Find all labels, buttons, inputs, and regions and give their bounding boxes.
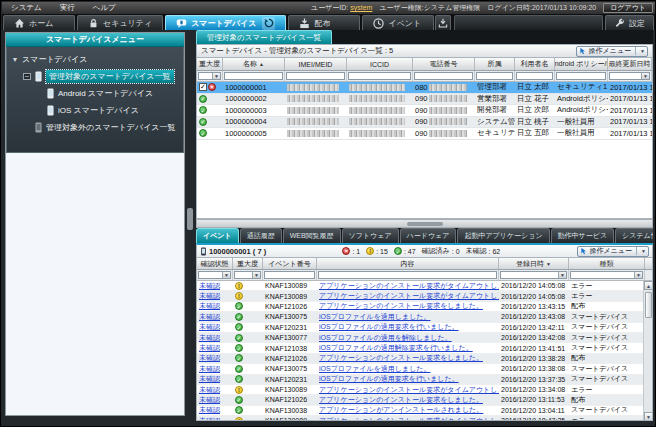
event-content-link[interactable]: アプリケーションのインストール要求をしました。 <box>319 302 483 311</box>
event-content-link[interactable]: アプリケーションのインストール要求がタイムアウトしました。 <box>319 416 499 421</box>
event-content-link[interactable]: アプリケーションのインストール要求をしました。 <box>319 354 483 363</box>
device-filter-input[interactable] <box>516 72 553 80</box>
confirm-status-link[interactable]: 未確認 <box>199 333 220 342</box>
table-row[interactable]: 未確認!KNAF130089アプリケーションのインストール要求がタイムアウトしま… <box>197 385 652 395</box>
event-tab-1[interactable]: 通話履歴 <box>240 228 282 243</box>
logout-button[interactable]: ログアウト <box>603 3 653 13</box>
device-column-header-2[interactable]: IMEI/MEID <box>285 58 347 70</box>
device-filter-input[interactable] <box>414 72 473 80</box>
event-filter-input[interactable] <box>264 271 315 279</box>
event-tab-6[interactable]: 動作中サービス <box>551 228 615 243</box>
table-row[interactable]: 未確認✓KNAF121026アプリケーションのインストール要求をしました。201… <box>197 354 652 364</box>
user-id-link[interactable]: system <box>350 4 372 11</box>
table-row[interactable]: 未確認✓KNAF130077iOSプロファイルの適用を解除しました。2016/1… <box>197 333 652 343</box>
event-content-link[interactable]: iOSプロファイルを適用しました。 <box>319 312 430 321</box>
event-content-link[interactable]: アプリケーションがアンインストールされました。 <box>319 406 483 415</box>
table-row[interactable]: 未確認✓KNAF120231iOSプロファイルの適用要求を行いました。2016/… <box>197 375 652 385</box>
refresh-button[interactable] <box>262 17 275 30</box>
device-column-header-0[interactable]: 重大度 <box>197 58 223 70</box>
confirm-status-link[interactable]: 未確認 <box>199 354 220 363</box>
menu-system[interactable]: システム <box>2 3 51 13</box>
confirm-status-link[interactable]: 未確認 <box>199 323 220 332</box>
table-row[interactable]: 未確認✓KNAF121026アプリケーションのインストール要求をしました。201… <box>197 395 652 405</box>
event-content-link[interactable]: アプリケーションのインストール要求がタイムアウトしました。 <box>319 385 499 394</box>
combo-dropdown-icon[interactable]: ▼ <box>634 272 642 278</box>
combo-dropdown-icon[interactable]: ▼ <box>212 73 220 79</box>
device-filter-input[interactable] <box>286 72 345 80</box>
horizontal-splitter[interactable] <box>196 219 653 228</box>
event-content-link[interactable]: アプリケーションのインストール要求がタイムアウトしました。 <box>319 281 499 290</box>
menu-help[interactable]: ヘルプ <box>84 3 125 13</box>
event-tab-5[interactable]: 起動中アプリケーション <box>457 228 549 243</box>
nav-tab-1[interactable]: セキュリティ <box>77 15 163 30</box>
confirm-status-link[interactable]: 未確認 <box>199 406 220 415</box>
event-action-menu-button[interactable]: 操作メニュー ▼ <box>577 246 649 257</box>
scroll-down-button[interactable]: ▼ <box>644 412 653 421</box>
event-content-link[interactable]: iOSプロファイルの適用解除要求を行いました。 <box>319 343 473 352</box>
vertical-splitter[interactable] <box>185 32 196 416</box>
device-column-header-6[interactable]: 利用者名 <box>515 58 555 70</box>
device-filter-input[interactable] <box>556 72 606 80</box>
event-tab-3[interactable]: ソフトウェア <box>342 228 399 243</box>
event-content-link[interactable]: アプリケーションのインストール要求がタイムアウトしました。 <box>319 291 499 300</box>
event-column-header-3[interactable]: 内容 <box>317 258 499 269</box>
confirm-status-link[interactable]: 未確認 <box>199 302 220 311</box>
event-filter-combo[interactable]: ▼ <box>570 271 643 279</box>
event-content-link[interactable]: iOSプロファイルの適用要求を行いました。 <box>319 375 459 384</box>
nav-tab-3[interactable]: 配布 <box>288 15 360 30</box>
device-column-header-3[interactable]: ICCID <box>347 58 413 70</box>
splitter-grip[interactable] <box>407 222 443 226</box>
device-filter-input[interactable] <box>348 72 411 80</box>
event-column-header-0[interactable]: 確認状態 <box>197 258 233 269</box>
event-content-link[interactable]: iOSプロファイルの適用を解除しました。 <box>319 333 452 342</box>
download-button[interactable] <box>435 15 451 30</box>
event-filter-combo[interactable]: ▼ <box>234 271 261 279</box>
confirm-status-link[interactable]: 未確認 <box>199 281 220 290</box>
menu-execute[interactable]: 実行 <box>51 3 84 13</box>
device-filter-combo[interactable]: ▼ <box>609 72 650 80</box>
sidebar-item-2[interactable]: Android スマートデバイス <box>7 85 183 102</box>
event-tab-2[interactable]: WEB閲覧履歴 <box>283 228 341 243</box>
nav-tab-0[interactable]: ホーム <box>3 15 75 30</box>
device-filter-combo[interactable]: ▼ <box>198 72 221 80</box>
device-column-header-1[interactable]: 名称▲ <box>223 58 285 70</box>
nav-tab-2[interactable]: スマートデバイス <box>165 15 286 30</box>
event-filter-combo[interactable]: ▼ <box>198 271 231 279</box>
confirm-status-link[interactable]: 未確認 <box>199 312 220 321</box>
confirm-status-link[interactable]: 未確認 <box>199 364 220 373</box>
event-content-link[interactable]: アプリケーションのインストール要求をしました。 <box>319 395 483 404</box>
combo-dropdown-icon[interactable]: ▼ <box>252 272 260 278</box>
table-row[interactable]: ✓1000000005090セキュリテ...日立 五郎一般社員用2017/01/… <box>197 128 652 140</box>
device-action-menu-button[interactable]: 操作メニュー ▼ <box>576 46 648 57</box>
row-checkbox[interactable]: ✓ <box>199 83 207 91</box>
event-content-link[interactable]: iOSプロファイルを適用しました。 <box>319 364 430 373</box>
expander-minus-icon[interactable]: − <box>23 73 31 80</box>
confirm-status-link[interactable]: 未確認 <box>199 416 220 421</box>
device-column-header-5[interactable]: 所属 <box>475 58 515 70</box>
tab-managed-device-list[interactable]: 管理対象のスマートデバイス一覧 <box>196 30 332 44</box>
table-row[interactable]: 未確認!KNAF130089アプリケーションのインストール要求がタイムアウトしま… <box>197 291 652 301</box>
event-column-header-5[interactable]: 種類 <box>569 258 645 269</box>
combo-dropdown-icon[interactable]: ▼ <box>641 73 649 79</box>
table-row[interactable]: ✓1000000002090営業部署日立 花子Androidポリシー2017/0… <box>197 94 652 106</box>
device-column-header-7[interactable]: 適用するAndroid ポリシー/iOS プロ... <box>555 58 608 70</box>
device-filter-input[interactable] <box>224 72 283 80</box>
splitter-handle[interactable] <box>187 208 193 230</box>
confirm-status-link[interactable]: 未確認 <box>199 395 220 404</box>
sidebar-item-1[interactable]: −管理対象のスマートデバイス一覧 <box>7 68 183 85</box>
table-row[interactable]: 未確認✓KNAF130038アプリケーションがアンインストールされました。201… <box>197 406 652 416</box>
event-column-header-1[interactable]: 重大度 <box>233 258 263 269</box>
sidebar-item-3[interactable]: iOS スマートデバイス <box>7 102 183 119</box>
table-row[interactable]: 未確認✓KNAF121038iOSプロファイルの適用解除要求を行いました。201… <box>197 343 652 353</box>
confirm-status-link[interactable]: 未確認 <box>199 343 220 352</box>
nav-tab-4[interactable]: イベント <box>362 15 434 30</box>
table-row[interactable]: 未確認✓KNAF130075iOSプロファイルを適用しました。2016/12/2… <box>197 312 652 322</box>
table-row[interactable]: ✓1000000003090開発部署日立 次郎Androidポリシー2017/0… <box>197 105 652 117</box>
table-row[interactable]: 未確認!KNAF130089アプリケーションのインストール要求がタイムアウトしま… <box>197 416 652 421</box>
confirm-status-link[interactable]: 未確認 <box>199 375 220 384</box>
event-scrollbar[interactable]: ▲ ▼ <box>643 281 652 421</box>
scroll-up-button[interactable]: ▲ <box>644 281 653 290</box>
sidebar-item-0[interactable]: ▼スマートデバイス <box>7 51 183 68</box>
event-content-link[interactable]: iOSプロファイルの適用要求を行いました。 <box>319 323 459 332</box>
event-column-header-4[interactable]: 登録日時▼ <box>499 258 569 269</box>
